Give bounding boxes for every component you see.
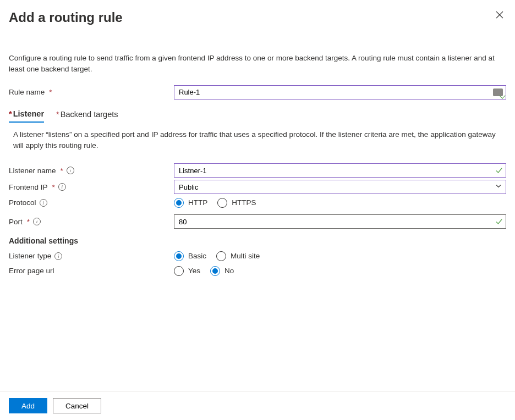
chevron-down-icon <box>495 183 502 191</box>
required-asterisk: * <box>27 218 30 226</box>
frontend-ip-label: Frontend IP* i <box>9 181 174 194</box>
required-asterisk: * <box>9 109 12 118</box>
rule-name-input[interactable] <box>174 85 506 100</box>
error-page-no-radio[interactable]: No <box>210 266 234 276</box>
port-label: Port* i <box>9 215 174 228</box>
listener-name-input[interactable] <box>174 163 506 178</box>
error-page-url-label: Error page url <box>9 264 174 277</box>
rule-name-label: Rule name* <box>9 86 174 98</box>
radio-icon <box>217 198 227 208</box>
radio-icon <box>210 266 220 276</box>
info-icon[interactable]: i <box>67 167 74 174</box>
frontend-ip-select[interactable]: Public <box>174 180 506 194</box>
listener-type-multisite-radio[interactable]: Multi site <box>216 251 260 261</box>
listener-name-label: Listener name* i <box>9 164 174 177</box>
form-body: Rule name* * Listener * Backend targets <box>9 85 506 421</box>
panel-footer: Add Cancel <box>0 391 515 420</box>
required-asterisk: * <box>61 167 63 175</box>
cancel-button[interactable]: Cancel <box>53 398 101 413</box>
radio-icon <box>174 266 184 276</box>
add-routing-rule-panel: Add a routing rule Configure a routing r… <box>0 0 515 420</box>
protocol-radio-group: HTTP HTTPS <box>174 198 506 208</box>
check-icon <box>495 218 503 225</box>
info-icon[interactable]: i <box>54 252 62 260</box>
radio-icon <box>174 198 184 208</box>
protocol-http-radio[interactable]: HTTP <box>174 198 207 208</box>
required-asterisk: * <box>49 88 52 96</box>
info-icon[interactable]: i <box>40 199 47 207</box>
protocol-https-radio[interactable]: HTTPS <box>217 198 256 208</box>
protocol-label: Protocol i <box>9 196 174 209</box>
required-asterisk: * <box>56 110 59 119</box>
listener-type-label: Listener type i <box>9 250 174 262</box>
tab-listener[interactable]: * Listener <box>9 109 44 123</box>
listener-type-basic-radio[interactable]: Basic <box>174 251 206 261</box>
error-page-yes-radio[interactable]: Yes <box>174 266 200 276</box>
additional-settings-heading: Additional settings <box>9 236 506 245</box>
error-page-radio-group: Yes No <box>174 266 506 276</box>
radio-icon <box>216 251 226 261</box>
validation-badge-icon <box>493 89 503 96</box>
port-input[interactable] <box>174 214 506 229</box>
listener-tab-description: A listener “listens” on a specified port… <box>9 129 506 152</box>
tabs: * Listener * Backend targets <box>9 109 506 123</box>
check-icon <box>495 167 503 174</box>
close-button[interactable] <box>494 10 505 21</box>
close-icon <box>496 11 503 20</box>
info-icon[interactable]: i <box>33 218 41 225</box>
add-button[interactable]: Add <box>9 398 47 413</box>
panel-description: Configure a routing rule to send traffic… <box>9 53 506 75</box>
tab-backend-targets[interactable]: * Backend targets <box>56 109 118 123</box>
info-icon[interactable]: i <box>58 183 66 191</box>
panel-title: Add a routing rule <box>9 10 506 25</box>
radio-icon <box>174 251 184 261</box>
listener-type-radio-group: Basic Multi site <box>174 251 506 261</box>
required-asterisk: * <box>52 183 55 191</box>
